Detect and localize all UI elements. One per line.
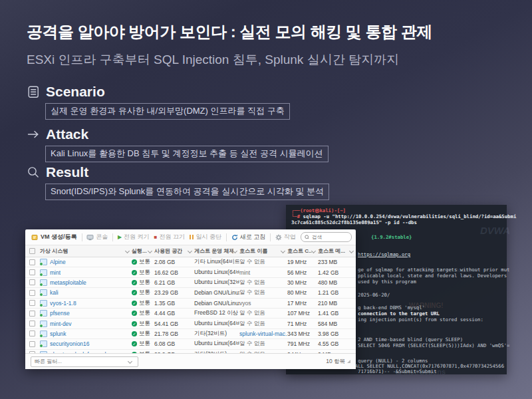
- column-vm-name[interactable]: 가상 시스템: [40, 247, 132, 255]
- host-cpu-cell: 56 MHz: [287, 269, 318, 276]
- status-cell: ✓보통: [132, 279, 154, 287]
- column-status[interactable]: 실행...: [132, 247, 154, 255]
- section-description: 실제 운영 환경과 유사한 내/외부망(DMZ) 인프라를 직접 구축: [45, 103, 290, 120]
- guest-os-cell: Ubuntu Linux(64비...: [194, 340, 239, 348]
- vm-icon: [40, 279, 47, 286]
- resize-handle[interactable]: [347, 360, 350, 363]
- table-row[interactable]: mint-dev ✓보통 54.41 GB Ubuntu Linux(64비..…: [25, 319, 356, 329]
- vm-name-link[interactable]: vyos-1-1.8: [50, 300, 76, 307]
- host-cpu-cell: 791 MHz: [287, 340, 318, 347]
- status-ok-icon: ✓: [132, 311, 137, 316]
- row-checkbox[interactable]: [25, 279, 40, 285]
- status-ok-icon: ✓: [132, 341, 137, 346]
- host-mem-cell: 1.41 GB: [318, 310, 356, 317]
- vm-name-link[interactable]: metasploitable: [50, 279, 86, 286]
- table-row[interactable]: Alpine ✓보통 2.08 GB 기타 Linux(64비트) 알 수 없음…: [25, 257, 356, 267]
- chevron-down-icon: [128, 359, 132, 364]
- used-space-cell: 54.41 GB: [154, 321, 194, 327]
- actions-button[interactable]: 작업: [275, 233, 296, 241]
- table-row[interactable]: pfsense ✓보통 4.44 GB FreeBSD 12 이상 ... 알 …: [25, 309, 356, 319]
- vm-name-link[interactable]: kali: [50, 289, 59, 296]
- row-checkbox[interactable]: [25, 311, 40, 317]
- row-checkbox[interactable]: [25, 259, 40, 265]
- vm-icon: [40, 259, 47, 265]
- power-off-button[interactable]: ■ 전원 끄기: [154, 233, 185, 241]
- host-name-cell: mint: [239, 269, 287, 276]
- toolbar-divider: [112, 233, 113, 241]
- sqlmap-url-link[interactable]: https://sqlmap.org: [358, 251, 410, 257]
- status-cell: ✓보통: [132, 320, 154, 328]
- used-space-cell: 23.29 GB: [154, 289, 194, 296]
- terminal-session-line: ing injection point(s) from stored sessi…: [358, 317, 483, 323]
- status-ok-icon: ✓: [132, 331, 137, 336]
- used-space-cell: 16.62 GB: [154, 269, 194, 276]
- host-mem-cell: 3.98 GB: [318, 331, 356, 337]
- table-row[interactable]: vyos-1-1.8 ✓보통 1.35 GB Debian GNU/Linux.…: [25, 299, 356, 309]
- row-checkbox[interactable]: [25, 341, 40, 347]
- vm-icon: [40, 331, 47, 337]
- host-mem-cell: 4.55 GB: [318, 340, 356, 347]
- table-row[interactable]: kali ✓보통 23.29 GB Debian GNU/Linux... 알 …: [25, 288, 356, 298]
- console-button[interactable]: 콘솔: [86, 233, 108, 241]
- refresh-icon: [231, 234, 238, 241]
- guest-os-cell: Ubuntu Linux(32비...: [194, 279, 239, 287]
- vm-name-link[interactable]: Alpine: [50, 259, 66, 265]
- search-input[interactable]: [311, 233, 348, 241]
- used-space-cell: 2.08 GB: [154, 259, 194, 265]
- vm-search-box[interactable]: [301, 232, 352, 242]
- column-host-cpu[interactable]: 호스트 C...: [287, 247, 318, 255]
- console-icon: [86, 234, 94, 241]
- row-checkbox[interactable]: [25, 290, 40, 296]
- section-attack: Attack Kali Linux를 활용한 DB 침투 및 계정정보 추출 등…: [27, 126, 329, 162]
- section-heading: Attack: [46, 126, 88, 142]
- status-ok-icon: ✓: [132, 270, 137, 275]
- page-subtitle: ESXi 인프라 구축부터 SQL Injection 침투, Splunk 실…: [27, 51, 399, 68]
- table-row[interactable]: splunk ✓보통 21.78 GB 기타(32비트) splunk-virt…: [25, 329, 356, 339]
- table-row[interactable]: securityonion16 ✓보통 6.08 GB Ubuntu Linux…: [25, 339, 356, 349]
- column-host-name[interactable]: 호스트 이름: [239, 247, 287, 255]
- row-checkbox[interactable]: [25, 269, 40, 275]
- status-cell: ✓보통: [132, 340, 154, 348]
- vm-name-link[interactable]: pfsense: [50, 310, 70, 317]
- suspend-button[interactable]: 일시 중단: [190, 233, 221, 241]
- terminal-start-time: 2025-06-20/: [358, 292, 390, 298]
- host-mem-cell: 1.21 GB: [318, 289, 356, 296]
- vm-table-header: 가상 시스템 실행... 사용된 공간 게스트 운영 체제 호스트 이름 호스트…: [25, 245, 356, 257]
- host-mem-cell: 584 MB: [318, 321, 356, 327]
- host-name-cell: 알 수 없음: [239, 309, 287, 317]
- refresh-button[interactable]: 새로 고침: [231, 233, 266, 241]
- power-on-button[interactable]: ▶ 전원 켜기: [118, 233, 150, 241]
- status-ok-icon: ✓: [132, 280, 137, 285]
- play-icon: ▶: [118, 235, 122, 240]
- guest-os-cell: Debian GNU/Linux...: [194, 300, 239, 307]
- vm-name-link[interactable]: securityonion16: [50, 340, 90, 347]
- row-checkbox[interactable]: [25, 321, 40, 327]
- vm-name-link[interactable]: splunk: [50, 331, 66, 337]
- quick-filter-select[interactable]: 빠른 필터...: [31, 356, 138, 367]
- chevron-down-icon: [281, 249, 285, 253]
- column-host-mem[interactable]: 호스트 메...: [318, 247, 356, 255]
- guest-os-cell: 기타 Linux(64비트): [194, 258, 239, 266]
- section-scenario: Scenario 실제 운영 환경과 유사한 내/외부망(DMZ) 인프라를 직…: [27, 84, 290, 120]
- row-checkbox[interactable]: [25, 331, 40, 336]
- vm-icon: [40, 269, 47, 276]
- vm-create-button[interactable]: VM 생성/등록: [31, 233, 77, 241]
- column-used-space[interactable]: 사용된 공간: [154, 247, 194, 255]
- section-description: Kali Linux를 활용한 DB 침투 및 계정정보 추출 등 실전 공격 …: [45, 146, 329, 162]
- host-mem-cell: 480 MB: [318, 279, 356, 286]
- host-mem-cell: 1.42 GB: [318, 269, 356, 276]
- vm-name-link[interactable]: mint-dev: [50, 321, 72, 327]
- used-space-cell: 4.44 GB: [154, 310, 194, 317]
- host-mem-cell: 233 MB: [318, 259, 356, 265]
- host-cpu-cell: 343 MHz: [287, 331, 318, 337]
- header-checkbox[interactable]: [25, 248, 40, 254]
- table-row[interactable]: mint ✓보통 16.62 GB Ubuntu Linux(64비... mi…: [25, 267, 356, 277]
- row-checkbox[interactable]: [25, 300, 40, 306]
- section-heading: Scenario: [46, 84, 105, 100]
- vm-name-link[interactable]: mint: [50, 269, 61, 276]
- status-cell: ✓보통: [132, 330, 154, 338]
- sqlmap-version: {1.9.2#stable}: [371, 234, 412, 240]
- search-icon: [305, 235, 309, 240]
- column-guest-os[interactable]: 게스트 운영 체제: [194, 247, 239, 255]
- table-row[interactable]: metasploitable ✓보통 6.21 GB Ubuntu Linux(…: [25, 278, 356, 288]
